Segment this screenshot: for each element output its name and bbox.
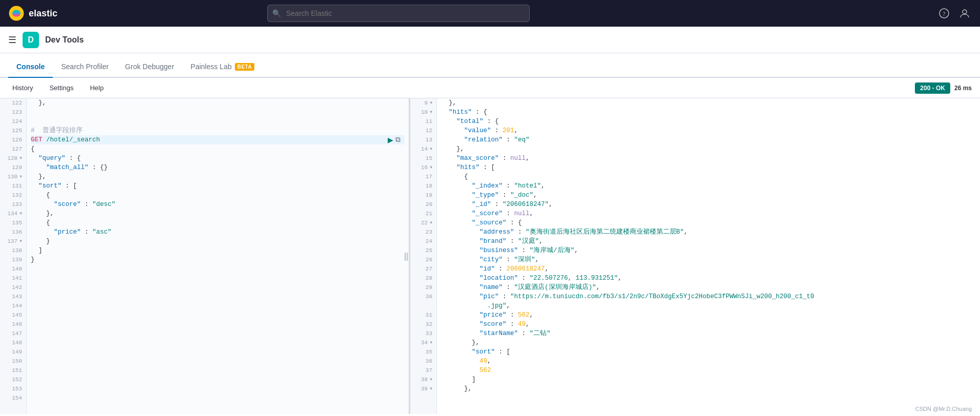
editor-content: 1221231241251261271281291301311321331341…	[0, 98, 409, 414]
editor-code-line	[31, 283, 405, 292]
output-line-number: 10	[410, 108, 436, 117]
run-button[interactable]: ▶	[388, 136, 393, 144]
output-code-line: 49,	[441, 357, 976, 366]
output-code-line: {	[441, 172, 976, 181]
editor-code-line	[31, 292, 405, 301]
divider-handle[interactable]: ‖	[404, 251, 409, 261]
hamburger-button[interactable]: ☰	[8, 34, 16, 46]
history-button[interactable]: History	[8, 82, 37, 94]
editor-code-area[interactable]: },# 普通字段排序GET /hotel/_search▶ ⧉{ "query"…	[27, 98, 409, 414]
tabs-bar: Console Search Profiler Grok Debugger Pa…	[0, 53, 980, 78]
copy-button[interactable]: ⧉	[395, 135, 401, 144]
output-line-numbers: 9101112131415161718192021222324252627282…	[410, 98, 437, 414]
output-code-line: "brand" : "汉庭",	[441, 237, 976, 246]
editor-line-number: 123	[0, 108, 26, 117]
output-code-line: "id" : 2060618247,	[441, 264, 976, 274]
output-line-number: 16	[410, 163, 436, 172]
editor-line-number: 140	[0, 264, 26, 274]
editor-line-number: 127	[0, 144, 26, 154]
editor-action-icons: ▶ ⧉	[388, 135, 401, 144]
output-code-line: "sort" : [	[441, 347, 976, 357]
editor-code-line: }	[31, 237, 405, 246]
output-line-number: 36	[410, 357, 436, 366]
output-code-line: },	[441, 144, 976, 154]
svg-point-3	[11, 12, 21, 15]
output-code-line: ]	[441, 375, 976, 384]
top-navigation: elastic 🔍 ?	[0, 0, 980, 27]
user-icon	[959, 8, 970, 18]
output-code-line: "location" : "22.507276, 113.931251",	[441, 274, 976, 283]
editor-code-line: "query" : {	[31, 154, 405, 163]
output-line-number: 27	[410, 264, 436, 274]
output-line-number: 21	[410, 209, 436, 218]
status-time: 26 ms	[954, 85, 972, 92]
editor-code-line	[31, 357, 405, 366]
editor-code-line: }	[31, 255, 405, 264]
tab-grok-debugger[interactable]: Grok Debugger	[117, 56, 183, 78]
output-code-area: }, "hits" : { "total" : { "value" : 201,…	[437, 98, 980, 414]
output-line-number: 12	[410, 126, 436, 135]
editor-code-line: # 普通字段排序	[31, 126, 405, 135]
output-line-number: 11	[410, 117, 436, 126]
editor-line-number: 124	[0, 117, 26, 126]
settings-button[interactable]: Settings	[45, 82, 77, 94]
editor-line-number: 125	[0, 126, 26, 135]
editor-line-number: 128	[0, 154, 26, 163]
output-code-line: "_score" : null,	[441, 209, 976, 218]
output-line-number: 25	[410, 246, 436, 255]
help-icon-button[interactable]: ?	[937, 6, 951, 20]
output-code-line: },	[441, 384, 976, 393]
output-line-number: 22	[410, 218, 436, 227]
editor-panel[interactable]: 1221231241251261271281291301311321331341…	[0, 98, 410, 414]
output-code-line: "pic" : "https://m.tuniucdn.com/fb3/s1/2…	[441, 292, 976, 301]
editor-code-line: "match_all" : {}	[31, 163, 405, 172]
editor-code-line: ]	[31, 246, 405, 255]
editor-line-number: 154	[0, 393, 26, 403]
svg-text:?: ?	[943, 10, 945, 17]
search-wrapper: 🔍	[267, 5, 530, 22]
editor-line-number: 135	[0, 218, 26, 227]
editor-line-number: 150	[0, 357, 26, 366]
editor-code-line	[31, 384, 405, 393]
editor-code-line	[31, 274, 405, 283]
tab-search-profiler-label: Search Profiler	[61, 63, 109, 71]
search-container: 🔍	[267, 5, 530, 22]
tab-search-profiler[interactable]: Search Profiler	[53, 56, 117, 78]
editor-line-number: 144	[0, 301, 26, 310]
search-input[interactable]	[267, 5, 530, 22]
editor-line-number: 153	[0, 384, 26, 393]
editor-code-line: },	[31, 172, 405, 181]
output-code-line: 562	[441, 366, 976, 375]
help-button[interactable]: Help	[86, 82, 108, 94]
editor-line-number: 129	[0, 163, 26, 172]
output-line-number: 17	[410, 172, 436, 181]
output-line-number: 20	[410, 200, 436, 209]
elastic-logo[interactable]: elastic	[8, 5, 59, 22]
output-line-number: 24	[410, 237, 436, 246]
editor-line-number: 146	[0, 320, 26, 329]
user-icon-button[interactable]	[957, 6, 972, 20]
editor-line-number: 132	[0, 191, 26, 200]
editor-code-line	[31, 310, 405, 320]
editor-code-line: {	[31, 218, 405, 227]
editor-code-line: GET /hotel/_search▶ ⧉	[31, 135, 405, 144]
output-line-number	[410, 301, 436, 310]
editor-line-number: 141	[0, 274, 26, 283]
output-line-number: 31	[410, 310, 436, 320]
output-code-line: },	[441, 98, 976, 108]
editor-code-line: },	[31, 209, 405, 218]
output-line-number: 14	[410, 144, 436, 154]
output-code-line: "hits" : {	[441, 108, 976, 117]
logo-text: elastic	[29, 8, 57, 19]
output-line-number: 23	[410, 227, 436, 237]
editor-code-line	[31, 108, 405, 117]
main-content: 1221231241251261271281291301311321331341…	[0, 98, 980, 414]
svg-point-6	[963, 10, 967, 14]
toolbar: History Settings Help 200 - OK 26 ms	[0, 78, 980, 98]
tab-painless-lab[interactable]: Painless Lab BETA	[183, 56, 263, 78]
output-line-number: 26	[410, 255, 436, 264]
output-code-line: "value" : 201,	[441, 126, 976, 135]
editor-code-line	[31, 301, 405, 310]
output-line-number: 34	[410, 338, 436, 347]
tab-console[interactable]: Console	[8, 56, 53, 78]
